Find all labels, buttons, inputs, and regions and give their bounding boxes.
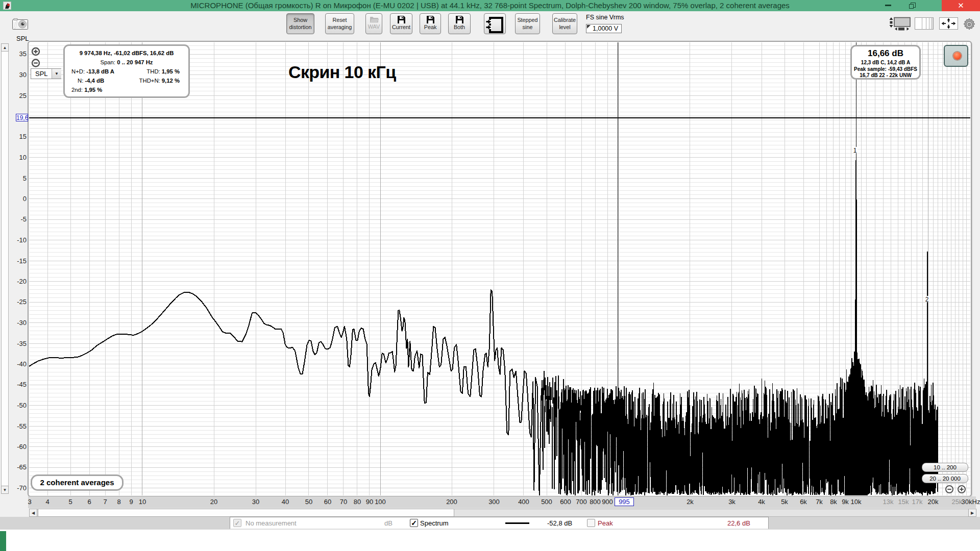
svg-text:8: 8 [117, 498, 120, 506]
svg-text:40: 40 [282, 498, 289, 506]
svg-text:15k: 15k [898, 498, 909, 506]
svg-text:70: 70 [340, 498, 347, 506]
svg-text:5k: 5k [781, 498, 788, 506]
svg-text:3k: 3k [728, 498, 736, 506]
svg-text:9k: 9k [842, 498, 849, 506]
svg-text:10k: 10k [851, 498, 862, 506]
svg-text:20: 20 [210, 498, 217, 506]
svg-text:13k: 13k [883, 498, 894, 506]
svg-text:17k: 17k [912, 498, 923, 506]
svg-text:100: 100 [375, 498, 386, 506]
svg-text:9: 9 [129, 498, 133, 506]
svg-text:995: 995 [619, 498, 630, 506]
svg-text:7k: 7k [816, 498, 823, 506]
svg-text:400: 400 [518, 498, 529, 506]
svg-text:2k: 2k [687, 498, 694, 506]
svg-text:600: 600 [560, 498, 571, 506]
svg-text:80: 80 [354, 498, 361, 506]
svg-text:800: 800 [590, 498, 601, 506]
svg-text:700: 700 [576, 498, 587, 506]
svg-text:900: 900 [602, 498, 613, 506]
svg-text:90: 90 [366, 498, 373, 506]
svg-text:4: 4 [45, 498, 49, 506]
svg-text:8k: 8k [830, 498, 837, 506]
svg-text:60: 60 [324, 498, 331, 506]
svg-text:4k: 4k [758, 498, 765, 506]
svg-text:3: 3 [28, 498, 31, 506]
svg-text:50: 50 [305, 498, 312, 506]
svg-text:20k: 20k [928, 498, 939, 506]
svg-text:6k: 6k [800, 498, 807, 506]
svg-text:30kHz: 30kHz [962, 498, 980, 506]
svg-text:200: 200 [446, 498, 457, 506]
svg-text:300: 300 [488, 498, 500, 506]
svg-text:6: 6 [87, 498, 91, 506]
svg-text:5: 5 [68, 498, 72, 506]
svg-text:30: 30 [252, 498, 259, 506]
svg-text:10: 10 [139, 498, 146, 506]
svg-text:7: 7 [103, 498, 107, 506]
svg-text:500: 500 [541, 498, 552, 506]
